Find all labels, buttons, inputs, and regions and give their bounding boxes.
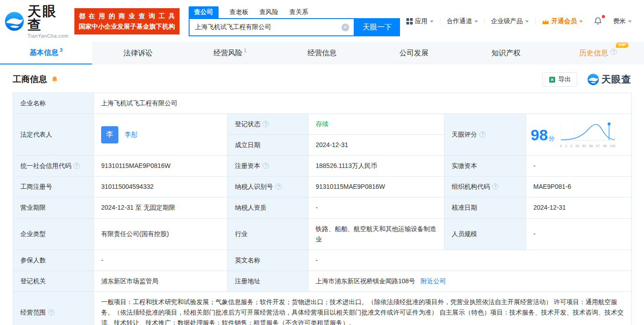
section-header: 工商信息 导出 天眼查 <box>0 64 644 93</box>
tianyancha-logo-icon <box>5 11 24 32</box>
help-icon[interactable] <box>48 309 54 315</box>
org-code-value: MAE9P081-6 <box>526 177 632 197</box>
bell-icon <box>594 16 602 25</box>
tab-intellectual-property[interactable]: 知识产权 <box>460 42 552 64</box>
export-button[interactable]: 导出 <box>542 72 577 87</box>
paid-capital-value: - <box>526 156 632 177</box>
score-number: 98 <box>531 126 548 143</box>
axis-tick: 3 <box>571 144 572 148</box>
axis-tick: 97 <box>596 144 600 148</box>
reg-number-label: 工商注册号 <box>13 177 94 197</box>
field-label: 英文名称 <box>235 256 260 264</box>
reg-capital-value: 188526.1113万人民币 <box>308 156 444 177</box>
reg-number-value: 310115004594332 <box>94 177 228 197</box>
section-actions: 导出 天眼查 <box>542 72 631 87</box>
table-row-reg-number: 工商注册号 310115004594332 纳税人识别号 91310115MAE… <box>13 177 632 197</box>
help-icon[interactable] <box>73 162 80 169</box>
nav-enterprise-products[interactable]: 企业级产品 <box>485 17 535 25</box>
search-tab-risk[interactable]: 查风险 <box>259 6 278 18</box>
table-row-insured-count: 参保人数 - 英文名称 - <box>13 250 632 271</box>
top-nav: 应用 合作通道 企业级产品 开通会员 <box>400 16 638 27</box>
tyc-score-cell: 98分 <box>526 114 632 156</box>
search-tabs: 查公司 查老板 查风险 查关系 <box>189 6 400 18</box>
axis-tick: 50 <box>582 144 586 148</box>
company-type-label: 企业类型 <box>13 218 94 250</box>
chevron-down-icon <box>430 20 434 23</box>
search-tab-company[interactable]: 查公司 <box>189 6 219 18</box>
tab-history-info[interactable]: VIP 历史信息 <box>552 42 644 64</box>
nav-partner-label: 合作通道 <box>447 17 472 25</box>
notification-bell[interactable] <box>589 16 607 27</box>
reg-status-label: 登记状态 <box>228 114 308 135</box>
tab-legal-litigation[interactable]: 法律诉讼 <box>92 42 184 64</box>
nearby-companies-link[interactable]: 附近公司 <box>420 277 446 285</box>
tianyancha-company-page: 天眼查 TianYanCha.com 都在用的商业查询工具 国家中小企业发展子基… <box>0 0 644 325</box>
approval-date-value: 2024-12-31 <box>526 197 632 218</box>
tab-operating-info[interactable]: 经营信息 <box>276 42 368 64</box>
slogan-line1: 都在用的商业查询工具 <box>79 11 175 21</box>
chevron-down-icon <box>474 20 478 23</box>
field-label: 实缴资本 <box>452 162 477 169</box>
business-term-value: 2024-12-31 至 无固定期限 <box>94 197 228 218</box>
credit-code-label: 统一社会信用代码 <box>13 156 94 177</box>
help-icon[interactable] <box>479 131 486 138</box>
top-header: 天眼查 TianYanCha.com 都在用的商业查询工具 国家中小企业发展子基… <box>0 0 644 42</box>
chevron-down-icon <box>628 20 632 23</box>
table-row-credit-code: 统一社会信用代码 91310115MAE9P0816W 注册资本 188526.… <box>13 156 632 177</box>
taxpayer-quality-value: - <box>308 197 444 218</box>
excel-icon <box>549 76 556 83</box>
field-label: 注册资本 <box>235 162 260 169</box>
field-label: 法定代表人 <box>20 131 52 138</box>
company-type-value: 有限责任公司(国有控股) <box>94 218 228 250</box>
help-icon[interactable] <box>610 49 617 55</box>
nav-partner-channel[interactable]: 合作通道 <box>440 17 484 25</box>
tab-label: 知识产权 <box>492 49 521 58</box>
help-icon[interactable] <box>263 121 269 127</box>
reg-address-value: 上海市浦东新区祝桥镇金闻路108号 <box>316 277 415 285</box>
help-icon[interactable] <box>275 183 282 190</box>
help-icon[interactable] <box>492 183 498 190</box>
table-row-company-type: 企业类型 有限责任公司(国有控股) 行业 铁路、船舶、航空航天和其他运输设备制造… <box>13 218 632 250</box>
app-grid-icon <box>406 18 413 25</box>
tianyancha-logo[interactable]: 天眼查 TianYanCha.com <box>5 5 70 39</box>
help-icon[interactable] <box>263 162 269 169</box>
legal-rep-link[interactable]: 李彤 <box>125 130 137 138</box>
axis-tick: 15 <box>576 144 579 148</box>
vip-badge: VIP <box>616 42 629 48</box>
tab-label: 法律诉讼 <box>123 49 152 58</box>
nav-apps[interactable]: 应用 <box>400 17 440 25</box>
field-label: 工商注册号 <box>20 183 52 190</box>
score-chart[interactable]: 0 1 3 15 50 85 97 99 100 <box>560 122 615 148</box>
tab-label: 历史信息 <box>579 49 608 58</box>
tab-label: 公司发展 <box>400 49 429 58</box>
search-tab-relation[interactable]: 查关系 <box>289 6 308 18</box>
search-button[interactable]: 天眼一下 <box>355 18 400 36</box>
monitor-bell-icon[interactable] <box>51 76 59 84</box>
watermark-text: 天眼查 <box>601 73 631 86</box>
field-label: 天眼评分 <box>452 131 477 138</box>
nav-user[interactable]: 费米 <box>607 17 638 25</box>
score-value: 98分 <box>531 122 555 148</box>
search-row: × 天眼一下 <box>189 18 400 36</box>
search-input[interactable] <box>190 24 342 31</box>
tab-basic-info[interactable]: 基本信息3 <box>0 42 92 64</box>
establish-date-label: 成立日期 <box>228 135 308 156</box>
search-tab-boss[interactable]: 查老板 <box>229 6 249 18</box>
credit-code-value: 91310115MAE9P0816W <box>94 156 228 177</box>
axis-tick: 1 <box>565 144 567 148</box>
axis-tick: 0 <box>560 144 562 148</box>
english-name-label: 英文名称 <box>228 250 308 271</box>
reg-capital-label: 注册资本 <box>228 156 308 177</box>
table-row-business-scope: 经营范围 一般项目：工程和技术研究和试验发展；气象信息服务；软件开发；货物进出口… <box>13 291 632 325</box>
tab-operating-risk[interactable]: 经营风险1 <box>184 42 276 64</box>
table-row-business-term: 营业期限 2024-12-31 至 无固定期限 纳税人资质 - 核准日期 202… <box>13 197 632 218</box>
legal-rep-avatar[interactable]: 李 <box>101 126 118 143</box>
notification-dot <box>602 15 605 18</box>
nav-open-membership[interactable]: 开通会员 <box>536 17 589 25</box>
org-code-label: 组织机构代码 <box>444 177 526 197</box>
field-label: 纳税人资质 <box>235 204 267 211</box>
taxpayer-quality-label: 纳税人资质 <box>228 197 308 218</box>
clear-search-icon[interactable]: × <box>342 24 349 31</box>
reg-address-cell: 上海市浦东新区祝桥镇金闻路108号 附近公司 <box>308 271 632 291</box>
tab-company-development[interactable]: 公司发展 <box>368 42 460 64</box>
